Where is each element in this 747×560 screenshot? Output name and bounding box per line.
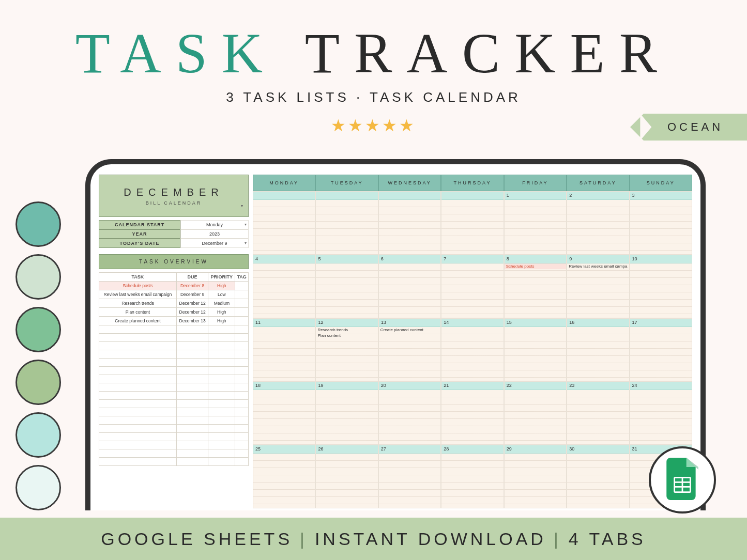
calendar-day-cell[interactable]: 24: [630, 381, 692, 445]
calendar-task-entry[interactable]: Create planned content: [379, 327, 440, 333]
table-row[interactable]: [99, 425, 249, 433]
calendar-day-cell[interactable]: 13Create planned content: [378, 318, 441, 382]
calendar-day-cell[interactable]: 11: [253, 318, 315, 382]
table-cell[interactable]: [208, 383, 235, 392]
table-row[interactable]: [99, 383, 249, 392]
table-cell[interactable]: [208, 367, 235, 375]
table-cell[interactable]: [235, 416, 249, 425]
table-cell[interactable]: [235, 282, 249, 290]
calendar-day-cell[interactable]: 16: [567, 318, 629, 382]
table-cell[interactable]: [235, 367, 249, 375]
table-cell[interactable]: [208, 449, 235, 458]
table-cell[interactable]: [235, 299, 249, 308]
table-cell[interactable]: [235, 342, 249, 350]
table-cell[interactable]: [235, 433, 249, 441]
table-cell[interactable]: December 12: [176, 308, 208, 317]
table-cell[interactable]: [208, 458, 235, 466]
calendar-day-cell[interactable]: 8Schedule posts: [504, 255, 567, 318]
calendar-day-cell[interactable]: 18: [253, 381, 315, 445]
table-cell[interactable]: Review last weeks email campaign: [99, 290, 177, 299]
calendar-day-cell[interactable]: [315, 191, 378, 255]
table-cell[interactable]: [176, 449, 208, 458]
table-cell[interactable]: [176, 342, 208, 350]
table-cell[interactable]: [235, 441, 249, 449]
table-cell[interactable]: [99, 359, 177, 367]
table-cell[interactable]: [99, 392, 177, 400]
table-row[interactable]: [99, 375, 249, 383]
table-row[interactable]: [99, 400, 249, 408]
table-cell[interactable]: [99, 449, 177, 458]
table-cell[interactable]: [235, 308, 249, 317]
calendar-day-cell[interactable]: 7: [441, 255, 504, 318]
table-cell[interactable]: [176, 334, 208, 342]
table-cell[interactable]: [235, 425, 249, 433]
table-cell[interactable]: [176, 383, 208, 392]
table-cell[interactable]: [235, 458, 249, 466]
settings-value[interactable]: 2023: [180, 229, 249, 239]
table-cell[interactable]: [176, 425, 208, 433]
table-cell[interactable]: [208, 433, 235, 441]
table-cell[interactable]: Research trends: [99, 299, 177, 308]
table-cell[interactable]: [235, 290, 249, 299]
table-cell[interactable]: Schedule posts: [99, 282, 177, 290]
table-row[interactable]: Review last weeks email campaignDecember…: [99, 290, 249, 299]
table-cell[interactable]: [99, 342, 177, 350]
table-row[interactable]: [99, 441, 249, 449]
table-cell[interactable]: [208, 350, 235, 359]
table-cell[interactable]: Medium: [208, 299, 235, 308]
table-cell[interactable]: [176, 325, 208, 334]
calendar-day-cell[interactable]: 14: [441, 318, 504, 382]
table-cell[interactable]: [208, 325, 235, 334]
calendar-day-cell[interactable]: 20: [378, 381, 441, 445]
table-cell[interactable]: High: [208, 308, 235, 317]
calendar-day-cell[interactable]: 26: [315, 445, 378, 508]
table-row[interactable]: Schedule postsDecember 8High: [99, 282, 249, 290]
table-cell[interactable]: [99, 458, 177, 466]
table-cell[interactable]: [176, 416, 208, 425]
table-cell[interactable]: [208, 441, 235, 449]
calendar-day-cell[interactable]: 28: [441, 445, 504, 508]
table-cell[interactable]: [99, 400, 177, 408]
table-cell[interactable]: December 13: [176, 317, 208, 325]
calendar-day-cell[interactable]: 29: [504, 445, 567, 508]
calendar-day-cell[interactable]: 4: [253, 255, 315, 318]
table-cell[interactable]: [208, 425, 235, 433]
table-row[interactable]: [99, 416, 249, 425]
table-cell[interactable]: [176, 408, 208, 416]
table-cell[interactable]: [99, 325, 177, 334]
table-row[interactable]: [99, 359, 249, 367]
table-cell[interactable]: [176, 392, 208, 400]
calendar-task-entry[interactable]: Review last weeks email campa: [567, 263, 629, 269]
table-cell[interactable]: Create planned content: [99, 317, 177, 325]
calendar-day-cell[interactable]: 17: [630, 318, 692, 382]
table-row[interactable]: Plan contentDecember 12High: [99, 308, 249, 317]
table-cell[interactable]: [208, 375, 235, 383]
table-cell[interactable]: [235, 400, 249, 408]
table-cell[interactable]: December 9: [176, 290, 208, 299]
table-row[interactable]: [99, 367, 249, 375]
table-cell[interactable]: [235, 325, 249, 334]
calendar-day-cell[interactable]: [441, 191, 504, 255]
table-cell[interactable]: [235, 317, 249, 325]
table-row[interactable]: Research trendsDecember 12Medium: [99, 299, 249, 308]
table-cell[interactable]: [176, 433, 208, 441]
table-row[interactable]: [99, 449, 249, 458]
table-cell[interactable]: [99, 350, 177, 359]
calendar-task-entry[interactable]: Research trends: [316, 327, 377, 333]
table-cell[interactable]: [208, 392, 235, 400]
calendar-day-cell[interactable]: 9Review last weeks email campa: [567, 255, 629, 318]
settings-value[interactable]: Monday▾: [180, 220, 249, 229]
table-cell[interactable]: [235, 375, 249, 383]
table-row[interactable]: [99, 458, 249, 466]
table-cell[interactable]: [99, 433, 177, 441]
calendar-day-cell[interactable]: 25: [253, 445, 315, 508]
calendar-task-entry[interactable]: Schedule posts: [505, 263, 566, 269]
settings-value[interactable]: December 9▾: [180, 239, 249, 248]
calendar-day-cell[interactable]: 30: [567, 445, 629, 508]
table-row[interactable]: [99, 325, 249, 334]
table-cell[interactable]: [99, 408, 177, 416]
table-cell[interactable]: [235, 350, 249, 359]
table-cell[interactable]: Plan content: [99, 308, 177, 317]
table-cell[interactable]: [176, 367, 208, 375]
table-cell[interactable]: [208, 408, 235, 416]
